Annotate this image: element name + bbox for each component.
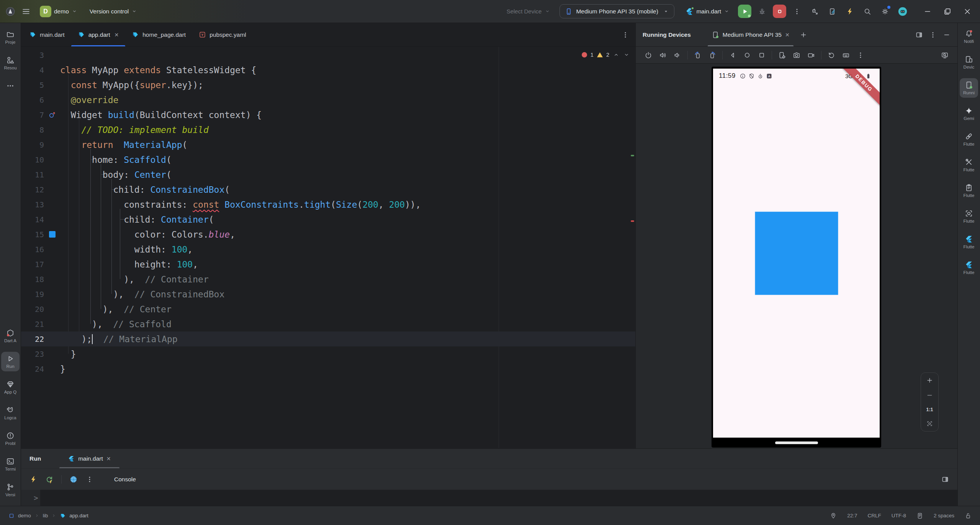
volume-up-button[interactable]	[656, 49, 670, 61]
rotate-left-button[interactable]	[690, 49, 705, 61]
breadcrumb-folder[interactable]: lib	[43, 513, 48, 518]
debug-button[interactable]	[755, 5, 769, 18]
sidebar-item-flutter-tools[interactable]: Flutte	[960, 155, 978, 175]
breadcrumb-file[interactable]: app.dart	[69, 513, 88, 518]
screenshot-button[interactable]	[789, 49, 804, 61]
sidebar-item-gemini[interactable]: Gemi	[960, 104, 978, 123]
sidebar-item-logcat[interactable]: Logca	[1, 403, 20, 423]
analysis-stripe-mark[interactable]	[631, 220, 634, 222]
hot-reload-button[interactable]	[843, 5, 857, 18]
code-line[interactable]: 3	[21, 48, 635, 62]
layout-settings-button[interactable]	[938, 473, 952, 486]
main-menu-icon[interactable]	[21, 7, 31, 16]
encoding-widget[interactable]: UTF-8	[892, 513, 906, 518]
code-line[interactable]: 23 }	[21, 346, 635, 361]
sidebar-item-running-devices[interactable]: Runni	[960, 78, 978, 98]
vcs-widget[interactable]: Version control	[87, 6, 141, 17]
editor-tab-pubspec.yaml[interactable]: Ypubspec.yaml	[192, 23, 253, 46]
sidebar-item-flutter-outline[interactable]: Flutte	[960, 181, 978, 200]
console-output[interactable]: >	[21, 490, 957, 506]
device-settings-button[interactable]	[775, 49, 789, 61]
sidebar-item-notifications[interactable]: Notifi	[960, 27, 978, 46]
sidebar-item-app-quality-insights[interactable]: App Q	[1, 377, 20, 397]
zoom-in-button[interactable]	[926, 377, 933, 384]
minimize-button[interactable]	[923, 7, 932, 16]
project-widget[interactable]: D demo	[37, 3, 80, 20]
sidebar-item-version-control[interactable]: Versi	[1, 480, 20, 500]
code-line[interactable]: 18 ), // Container	[21, 272, 635, 287]
run-configuration-selector[interactable]: main.dart	[685, 7, 730, 16]
flutter-attach-button[interactable]	[808, 5, 821, 18]
more-console-actions[interactable]	[83, 473, 97, 486]
code-line[interactable]: 10 home: Scaffold(	[21, 152, 635, 167]
add-device-tab-icon[interactable]	[800, 31, 807, 39]
code-line[interactable]: 17 height: 100,	[21, 257, 635, 272]
reader-mode-icon[interactable]	[916, 512, 923, 519]
code-line[interactable]: 13 constraints: const BoxConstraints.tig…	[21, 197, 635, 212]
display-mode-button[interactable]	[937, 49, 952, 61]
code-line[interactable]: 6 @override	[21, 92, 635, 107]
run-button[interactable]	[738, 5, 751, 18]
code-line[interactable]: 24}	[21, 361, 635, 376]
zoom-out-button[interactable]	[926, 392, 933, 399]
code-line[interactable]: 21 ), // Scaffold	[21, 317, 635, 331]
hardware-input-button[interactable]	[839, 49, 853, 61]
overview-button[interactable]	[754, 49, 769, 61]
sidebar-item-flutter-1[interactable]: Flutte	[960, 232, 978, 252]
screen-record-button[interactable]	[804, 49, 818, 61]
code-line[interactable]: 8 // TODO: implement build	[21, 122, 635, 137]
select-device-dropdown[interactable]: Select Device	[507, 8, 551, 15]
code-line[interactable]: 22 ); // MaterialApp	[21, 331, 635, 346]
code-line[interactable]: 7 Widget build(BuildContext context) {	[21, 107, 635, 122]
volume-down-button[interactable]	[670, 49, 685, 61]
rotate-right-button[interactable]	[705, 49, 720, 61]
next-problem-icon[interactable]	[623, 51, 630, 58]
settings-button[interactable]	[878, 5, 892, 18]
unlocked-icon[interactable]	[965, 512, 972, 519]
close-run-tab-icon[interactable]: ✕	[106, 456, 111, 462]
gesture-nav-pill[interactable]	[775, 441, 818, 444]
sidebar-item-flutter-2[interactable]: Flutte	[960, 258, 978, 277]
indent-widget[interactable]: 2 spaces	[934, 513, 954, 518]
sidebar-item-flutter-performance[interactable]: Flutte	[960, 130, 978, 149]
code-line[interactable]: 19 ), // ConstrainedBox	[21, 287, 635, 302]
code-line[interactable]: 12 child: ConstrainedBox(	[21, 182, 635, 197]
sidebar-item-dart-analysis[interactable]: Dart A	[1, 326, 20, 346]
more-run-actions[interactable]	[790, 5, 804, 18]
analysis-stripe-mark[interactable]	[631, 155, 634, 156]
prev-problem-icon[interactable]	[613, 51, 620, 58]
sidebar-item-device-manager[interactable]: Devic	[960, 52, 978, 72]
devtools-button[interactable]	[825, 5, 839, 18]
caret-position-widget[interactable]: 22:7	[847, 513, 857, 518]
fit-to-screen-button[interactable]	[926, 420, 933, 427]
stop-button[interactable]	[773, 5, 786, 18]
device-tab[interactable]: Medium Phone API 35 ✕	[708, 23, 793, 46]
close-tab-icon[interactable]: ✕	[115, 32, 119, 38]
inspection-widget[interactable]: 1 2	[582, 51, 630, 58]
profile-avatar[interactable]	[896, 5, 910, 18]
editor-tab-main.dart[interactable]: main.dart	[23, 23, 71, 46]
search-everywhere-button[interactable]	[861, 5, 874, 18]
power-button[interactable]	[641, 49, 656, 61]
code-line[interactable]: 16 width: 100,	[21, 242, 635, 257]
code-line[interactable]: 4class MyApp extends StatelessWidget {	[21, 62, 635, 77]
line-separator-widget[interactable]: CRLF	[867, 513, 881, 518]
close-button[interactable]	[963, 7, 972, 16]
sidebar-item-problems[interactable]: Probl	[1, 429, 20, 448]
back-button[interactable]	[725, 49, 740, 61]
locate-icon[interactable]	[830, 512, 837, 519]
sidebar-item-more-tool-windows[interactable]	[1, 79, 20, 94]
editor-tab-app.dart[interactable]: app.dart✕	[71, 23, 126, 46]
code-line[interactable]: 20 ), // Center	[21, 302, 635, 317]
sidebar-item-terminal[interactable]: Termi	[1, 454, 20, 474]
editor-tab-home_page.dart[interactable]: home_page.dart	[125, 23, 192, 46]
code-line[interactable]: 14 child: Container(	[21, 212, 635, 227]
snapshot-restore-button[interactable]	[824, 49, 839, 61]
home-button[interactable]	[740, 49, 754, 61]
sidebar-item-resource-manager[interactable]: Resou	[1, 53, 20, 73]
hot-restart-button[interactable]	[43, 473, 56, 486]
hide-panel-icon[interactable]	[943, 31, 951, 39]
sidebar-item-run[interactable]: Run	[1, 352, 20, 371]
panel-options-icon[interactable]	[929, 31, 937, 39]
run-tab[interactable]: main.dart ✕	[59, 449, 120, 468]
